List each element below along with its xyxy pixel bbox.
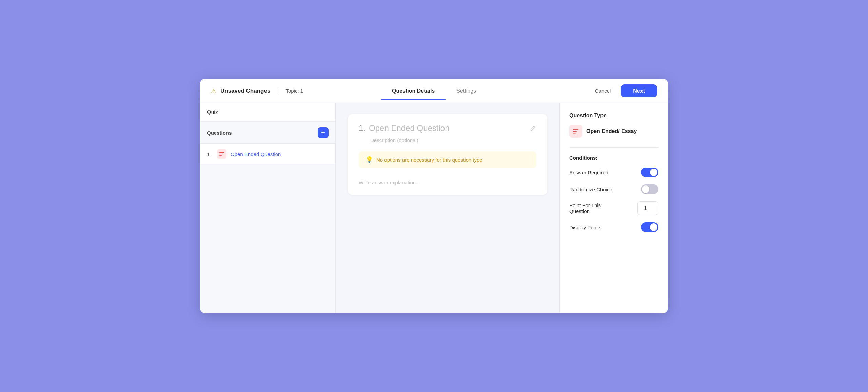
svg-rect-4	[573, 131, 577, 132]
randomize-choice-row: Randomize Choice	[569, 184, 658, 194]
panel-divider	[569, 147, 658, 148]
quiz-label: Quiz	[200, 103, 335, 122]
add-question-button[interactable]: +	[318, 127, 329, 138]
info-text: No options are necessary for this questi…	[376, 157, 482, 163]
right-panel: Question Type Open Ended/ Essay Conditio…	[559, 103, 668, 313]
points-input[interactable]	[637, 201, 658, 215]
edit-icon[interactable]	[530, 125, 536, 133]
point-label: Point For This Question	[569, 202, 618, 214]
modal-container: ⚠ Unsaved Changes Topic: 1 Question Deta…	[200, 79, 668, 313]
svg-rect-5	[573, 133, 576, 134]
header-tabs: Question Details Settings	[381, 81, 487, 100]
question-main-title: Open Ended Question	[369, 123, 450, 133]
cancel-button[interactable]: Cancel	[590, 85, 616, 96]
answer-required-row: Answer Required	[569, 168, 658, 177]
sidebar: Quiz Questions + 1 Open Ended Question	[200, 103, 336, 313]
display-points-row: Display Points	[569, 222, 658, 232]
randomize-choice-label: Randomize Choice	[569, 187, 612, 192]
question-card: 1. Open Ended Question Description (opti…	[348, 114, 547, 195]
answer-required-toggle[interactable]	[641, 168, 658, 177]
answer-explanation[interactable]: Write answer explanation...	[359, 176, 536, 187]
question-type-label: Open Ended/ Essay	[586, 128, 637, 134]
question-type-icon	[217, 149, 226, 159]
display-points-label: Display Points	[569, 224, 601, 230]
main-content: 1. Open Ended Question Description (opti…	[336, 103, 559, 313]
info-icon: 💡	[366, 156, 373, 163]
topic-label: Topic: 1	[285, 88, 303, 94]
question-title-row: 1. Open Ended Question	[359, 123, 450, 133]
header: ⚠ Unsaved Changes Topic: 1 Question Deta…	[200, 79, 668, 103]
point-row: Point For This Question	[569, 201, 658, 215]
list-item[interactable]: 1 Open Ended Question	[200, 144, 335, 164]
display-points-toggle[interactable]	[641, 222, 658, 232]
question-type-title: Question Type	[569, 113, 658, 119]
question-type-icon-right	[569, 125, 582, 138]
svg-rect-0	[219, 152, 224, 153]
tab-settings[interactable]: Settings	[446, 81, 487, 100]
question-item-label: Open Ended Question	[231, 151, 281, 157]
tab-question-details[interactable]: Question Details	[381, 81, 446, 100]
body: Quiz Questions + 1 Open Ended Question	[200, 103, 668, 313]
answer-required-label: Answer Required	[569, 170, 608, 175]
toggle-knob-2	[642, 185, 649, 193]
svg-rect-3	[573, 129, 578, 130]
next-button[interactable]: Next	[621, 84, 657, 97]
questions-header: Questions +	[200, 122, 335, 144]
question-index: 1.	[359, 123, 366, 133]
question-header: 1. Open Ended Question	[359, 123, 536, 133]
questions-title: Questions	[207, 130, 232, 136]
svg-rect-1	[219, 154, 223, 154]
question-number: 1	[207, 151, 213, 157]
unsaved-icon: ⚠	[211, 87, 216, 95]
info-box: 💡 No options are necessary for this ques…	[359, 151, 536, 168]
toggle-knob	[650, 169, 657, 176]
conditions-title: Conditions:	[569, 155, 658, 161]
randomize-choice-toggle[interactable]	[641, 184, 658, 194]
unsaved-title: Unsaved Changes	[220, 87, 270, 94]
toggle-knob-3	[650, 223, 657, 231]
header-divider	[278, 87, 278, 95]
description-placeholder[interactable]: Description (optional)	[370, 137, 536, 143]
svg-rect-2	[219, 155, 222, 156]
question-type-item: Open Ended/ Essay	[569, 125, 658, 138]
